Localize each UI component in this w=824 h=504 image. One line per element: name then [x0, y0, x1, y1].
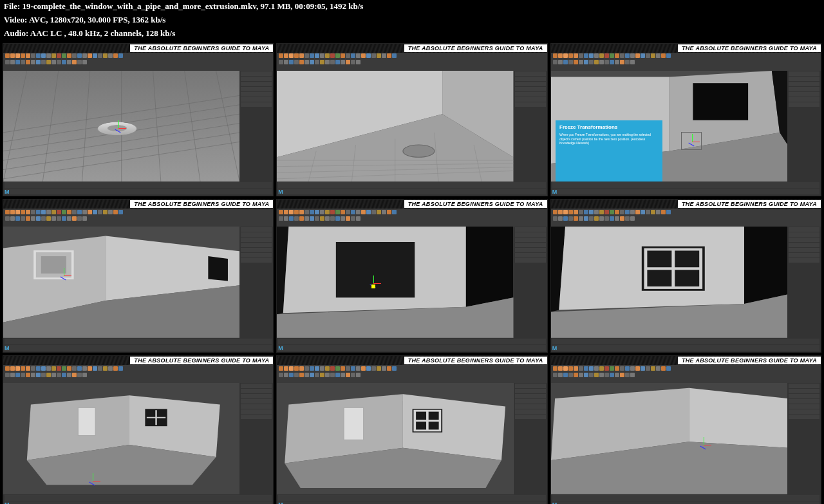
maya-logo-icon: M [278, 189, 283, 195]
file-info-line-3: Audio: AAC LC , 48.0 kHz, 2 channels, 12… [0, 27, 824, 41]
svg-rect-66 [344, 407, 364, 440]
maya-viewport: Freeze Transformations When you Freeze T… [551, 71, 787, 182]
maya-toolbar [3, 209, 273, 227]
thumb-title: THE ABSOLUTE BEGINNERS GUIDE TO MAYA [130, 200, 273, 208]
svg-line-6 [3, 71, 27, 182]
maya-toolbar [277, 365, 547, 383]
maya-toolbar [3, 365, 273, 383]
maya-logo-icon: M [5, 189, 10, 195]
maya-viewport [3, 383, 239, 494]
thumb-title: THE ABSOLUTE BEGINNERS GUIDE TO MAYA [130, 357, 273, 364]
maya-logo-icon: M [5, 501, 10, 504]
thumb-title: THE ABSOLUTE BEGINNERS GUIDE TO MAYA [404, 357, 547, 364]
svg-rect-58 [78, 407, 95, 435]
thumb-title: THE ABSOLUTE BEGINNERS GUIDE TO MAYA [678, 200, 821, 208]
svg-marker-48 [744, 227, 787, 304]
thumbnail-6: THE ABSOLUTE BEGINNERS GUIDE TO MAYA M [550, 199, 821, 353]
maya-logo-icon: M [5, 345, 10, 351]
maya-toolbar [551, 209, 821, 227]
maya-logo-icon: M [278, 345, 283, 351]
info-panel-body: When you Freeze Transformations, you are… [559, 133, 659, 145]
transform-gizmo [57, 269, 70, 282]
thumb-title: THE ABSOLUTE BEGINNERS GUIDE TO MAYA [130, 44, 273, 52]
file-info-line-1: File: 19-complete_the_window_with_a_pipe… [0, 0, 824, 14]
maya-sidebar [239, 71, 273, 182]
maya-logo-icon: M [278, 501, 283, 504]
file-info-line-2: Video: AVC, 1280x720, 30.000 FPS, 1362 k… [0, 14, 824, 27]
maya-toolbar [277, 53, 547, 71]
maya-viewport [551, 227, 787, 338]
maya-viewport [277, 227, 513, 338]
maya-viewport [3, 71, 239, 182]
maya-viewport [277, 383, 513, 494]
maya-logo-icon: M [552, 345, 557, 351]
maya-logo-icon: M [552, 501, 557, 504]
maya-viewport [277, 71, 513, 182]
transform-gizmo [86, 474, 99, 487]
maya-toolbar [3, 53, 273, 71]
svg-line-10 [153, 71, 161, 182]
freeze-transformations-panel: Freeze Transformations When you Freeze T… [556, 120, 662, 182]
thumbnail-4: THE ABSOLUTE BEGINNERS GUIDE TO MAYA M [3, 199, 274, 353]
svg-marker-42 [466, 227, 513, 307]
thumb-title: THE ABSOLUTE BEGINNERS GUIDE TO MAYA [404, 200, 547, 208]
title-bar: THE ABSOLUTE BEGINNERS GUIDE TO MAYA [3, 44, 273, 53]
svg-marker-38 [208, 256, 228, 281]
thumbnail-5: THE ABSOLUTE BEGINNERS GUIDE TO MAYA M [276, 199, 547, 353]
svg-point-25 [403, 145, 435, 157]
maya-logo-icon: M [552, 189, 557, 195]
gizmo-center [371, 285, 375, 288]
thumbnail-2: THE ABSOLUTE BEGINNERS GUIDE TO MAYA M [276, 43, 547, 197]
maya-viewport [3, 227, 239, 338]
thumb-title: THE ABSOLUTE BEGINNERS GUIDE TO MAYA [678, 357, 821, 364]
thumbnail-9: THE ABSOLUTE BEGINNERS GUIDE TO MAYA M [550, 355, 821, 504]
svg-rect-29 [693, 83, 748, 120]
thumb-title: THE ABSOLUTE BEGINNERS GUIDE TO MAYA [404, 44, 547, 52]
thumbnail-1: THE ABSOLUTE BEGINNERS GUIDE TO MAYA [3, 43, 274, 197]
info-panel-title: Freeze Transformations [559, 124, 659, 130]
maya-toolbar [277, 209, 547, 227]
thumbnail-8: THE ABSOLUTE BEGINNERS GUIDE TO MAYA M [276, 355, 547, 504]
maya-timeline [3, 182, 273, 196]
small-cube [681, 132, 702, 150]
svg-line-7 [42, 71, 58, 182]
transform-gizmo [112, 122, 125, 135]
maya-toolbar [551, 53, 821, 71]
maya-viewport [551, 383, 787, 494]
thumbnail-grid: THE ABSOLUTE BEGINNERS GUIDE TO MAYA [0, 41, 824, 504]
transform-gizmo [697, 438, 710, 451]
thumbnail-7: THE ABSOLUTE BEGINNERS GUIDE TO MAYA M [3, 355, 274, 504]
thumbnail-3: THE ABSOLUTE BEGINNERS GUIDE TO MAYA Fre… [550, 43, 821, 197]
svg-line-8 [82, 71, 89, 182]
thumb-title: THE ABSOLUTE BEGINNERS GUIDE TO MAYA [678, 44, 821, 52]
maya-toolbar [551, 365, 821, 383]
svg-line-11 [185, 71, 200, 182]
